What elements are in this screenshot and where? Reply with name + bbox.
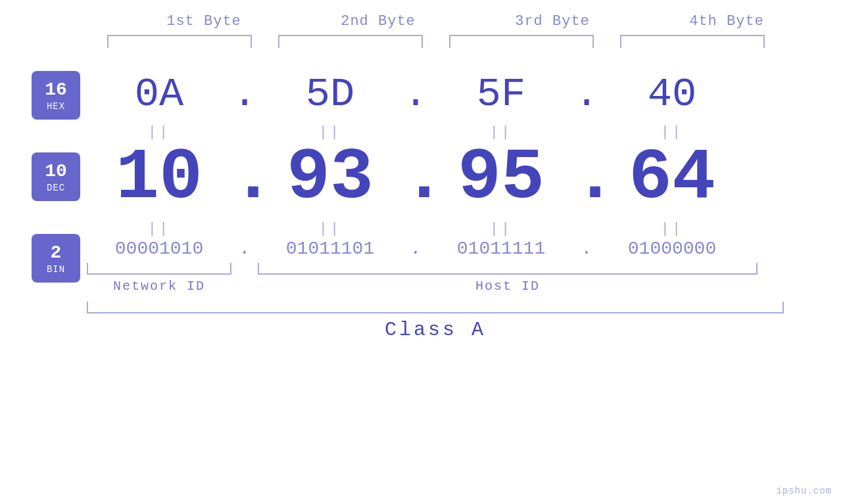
bin-byte3: 01011111	[429, 239, 573, 259]
bin-byte4: 01000000	[600, 239, 744, 259]
byte2-header: 2nd Byte	[306, 13, 450, 30]
dec-badge-number: 10	[45, 160, 67, 183]
hex-byte4: 40	[600, 71, 744, 118]
top-brackets	[107, 35, 831, 48]
byte-headers: 1st Byte 2nd Byte 3rd Byte 4th Byte	[117, 13, 814, 30]
hex-sep3: .	[573, 71, 600, 118]
main-container: 1st Byte 2nd Byte 3rd Byte 4th Byte 16 H…	[0, 0, 845, 504]
hex-byte1: 0A	[87, 71, 231, 118]
values-column: 0A . 5D . 5F . 40 || || || || 10	[80, 51, 845, 341]
dec-byte2: 93	[258, 142, 402, 214]
hex-sep1: .	[231, 71, 258, 118]
id-gap	[231, 279, 258, 294]
dec-sep1: .	[231, 142, 258, 214]
bin-badge-number: 2	[51, 242, 62, 264]
dec-byte1: 10	[87, 142, 231, 214]
dec-byte3: 95	[429, 142, 573, 214]
host-bracket	[258, 263, 758, 275]
network-bracket	[87, 263, 231, 275]
class-label-container: Class A	[87, 319, 784, 341]
hex-sep2: .	[402, 71, 429, 118]
dec-badge-label: DEC	[47, 183, 65, 193]
bin-sep1: .	[231, 239, 258, 259]
dec-sep3: .	[573, 142, 600, 214]
hex-row: 0A . 5D . 5F . 40	[87, 71, 845, 118]
bracket-gap-1	[231, 263, 258, 275]
watermark: ipshu.com	[776, 486, 832, 496]
bin-sep2: .	[402, 239, 429, 259]
dec-row: 10 . 93 . 95 . 64	[87, 142, 845, 214]
id-labels: Network ID Host ID	[87, 279, 810, 294]
class-label: Class A	[385, 319, 486, 341]
dec-sep2: .	[402, 142, 429, 214]
bin-row: 00001010 . 01011101 . 01011111 . 0100000…	[87, 239, 845, 259]
top-bracket-1	[107, 35, 252, 48]
top-bracket-2	[278, 35, 423, 48]
hex-byte2: 5D	[258, 71, 402, 118]
host-id-label: Host ID	[258, 279, 758, 294]
eq2-b4: ||	[600, 221, 744, 237]
byte3-header: 3rd Byte	[480, 13, 625, 30]
badges-column: 16 HEX 10 DEC 2 BIN	[32, 71, 80, 315]
eq2-b1: ||	[87, 221, 231, 237]
network-id-label: Network ID	[87, 279, 231, 294]
hex-badge-label: HEX	[47, 101, 65, 112]
hex-badge: 16 HEX	[32, 71, 80, 120]
dec-byte4: 64	[600, 142, 744, 214]
hex-byte3: 5F	[429, 71, 573, 118]
bin-byte2: 01011101	[258, 239, 402, 259]
top-bracket-3	[449, 35, 594, 48]
dec-badge: 10 DEC	[32, 152, 80, 201]
eq2-b2: ||	[258, 221, 402, 237]
class-bracket	[87, 302, 784, 313]
top-bracket-4	[620, 35, 765, 48]
byte1-header: 1st Byte	[132, 13, 276, 30]
bottom-brackets	[87, 263, 810, 275]
bin-badge: 2 BIN	[32, 234, 80, 283]
hex-badge-number: 16	[45, 79, 67, 101]
bin-byte1: 00001010	[87, 239, 231, 259]
equals-row-2: || || || ||	[87, 221, 845, 237]
bin-sep3: .	[573, 239, 600, 259]
eq2-b3: ||	[429, 221, 573, 237]
bin-badge-label: BIN	[47, 264, 65, 275]
byte4-header: 4th Byte	[654, 13, 799, 30]
